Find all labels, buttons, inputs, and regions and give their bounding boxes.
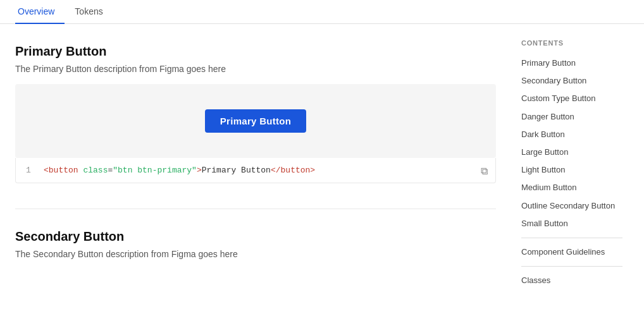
attr-class-name: class — [83, 166, 108, 175]
sidebar-item-primary-button[interactable]: Primary Button — [521, 54, 622, 72]
primary-button-title: Primary Button — [15, 44, 496, 59]
sidebar-divider-1 — [521, 238, 622, 238]
tag-bracket-close1: > — [197, 166, 202, 175]
sidebar-item-light-button[interactable]: Light Button — [521, 161, 622, 179]
sidebar: CONTENTS Primary Button Secondary Button… — [496, 24, 622, 305]
main-layout: Primary Button The Primary Button descri… — [0, 24, 644, 305]
sidebar-divider-2 — [521, 266, 622, 267]
code-text-content: <button class="btn btn-primary">Primary … — [44, 166, 485, 175]
copy-icon[interactable]: ⧉ — [481, 166, 488, 178]
sidebar-item-custom-type-button[interactable]: Custom Type Button — [521, 90, 622, 107]
secondary-button-section: Secondary Button The Secondary Button de… — [15, 229, 496, 259]
secondary-button-desc: The Secondary Button description from Fi… — [15, 249, 496, 259]
tabs-bar: Overview Tokens — [0, 0, 644, 24]
sidebar-item-classes[interactable]: Classes — [521, 272, 622, 289]
sidebar-item-component-guidelines[interactable]: Component Guidelines — [521, 243, 622, 261]
content-area: Primary Button The Primary Button descri… — [15, 24, 496, 305]
button-inner-text: Primary Button — [202, 166, 271, 175]
sidebar-item-medium-button[interactable]: Medium Button — [521, 179, 622, 197]
tag-name-button: button — [49, 166, 78, 175]
line-number: 1 — [26, 166, 34, 175]
contents-label: CONTENTS — [521, 39, 622, 47]
section-divider — [15, 209, 496, 209]
tag-bracket-close2: </ — [271, 166, 281, 175]
primary-button-section: Primary Button The Primary Button descri… — [15, 44, 496, 183]
primary-button-preview: Primary Button — [15, 84, 496, 158]
tag-bracket-open: < — [44, 166, 49, 175]
attr-class-value: "btn btn-primary" — [113, 166, 197, 175]
sidebar-item-dark-button[interactable]: Dark Button — [521, 126, 622, 143]
primary-button-desc: The Primary Button description from Figm… — [15, 64, 496, 74]
sidebar-item-outline-secondary-button[interactable]: Outline Secondary Button — [521, 197, 622, 215]
tag-name-button-close: button — [281, 166, 311, 175]
sidebar-item-small-button[interactable]: Small Button — [521, 215, 622, 233]
primary-button-demo[interactable]: Primary Button — [205, 109, 307, 133]
tag-bracket-end: > — [310, 166, 315, 175]
sidebar-item-danger-button[interactable]: Danger Button — [521, 108, 622, 126]
sidebar-item-large-button[interactable]: Large Button — [521, 143, 622, 161]
primary-button-code: 1 <button class="btn btn-primary">Primar… — [15, 158, 496, 183]
secondary-button-title: Secondary Button — [15, 229, 496, 244]
sidebar-item-secondary-button[interactable]: Secondary Button — [521, 72, 622, 90]
tab-overview[interactable]: Overview — [15, 0, 65, 24]
tab-tokens[interactable]: Tokens — [72, 0, 113, 24]
